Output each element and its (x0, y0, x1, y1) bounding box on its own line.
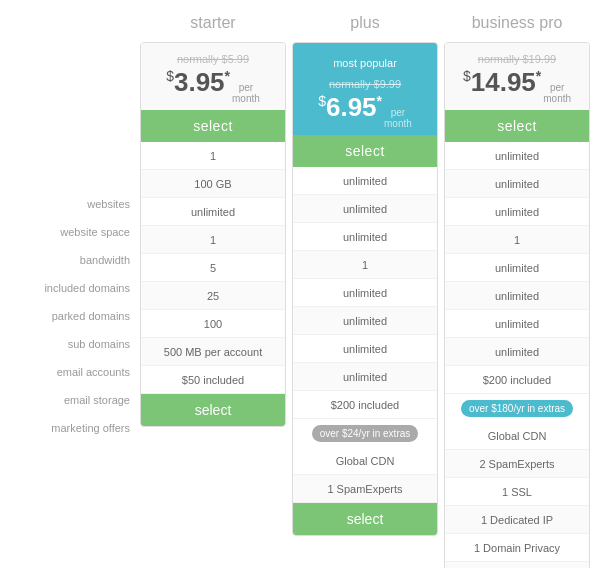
plans-wrapper: starter normally $5.99 $3.95* permonth s… (140, 10, 590, 568)
plan-biz-extras-row: over $180/yr in extras (445, 394, 589, 422)
feature-label-websites: websites (10, 190, 140, 218)
plan-biz-cell-bandwidth: unlimited (445, 198, 589, 226)
plan-biz-cell-spam: 2 SpamExperts (445, 450, 589, 478)
plan-starter-normal-price: normally $5.99 (147, 53, 279, 65)
plan-plus-cell-sub: unlimited (293, 307, 437, 335)
plan-starter-cell-parked: 5 (141, 254, 285, 282)
plan-biz-cell-cdn: Global CDN (445, 422, 589, 450)
plan-starter-cell-email-storage: 500 MB per account (141, 338, 285, 366)
plan-starter-cell-websites: 1 (141, 142, 285, 170)
plan-plus-cell-cdn: Global CDN (293, 447, 437, 475)
feature-label-sub-domains: sub domains (10, 330, 140, 358)
plan-starter-select-top[interactable]: select (141, 110, 285, 142)
plan-biz-cell-ssl: 1 SSL (445, 478, 589, 506)
plan-starter-cell-sub: 25 (141, 282, 285, 310)
plan-plus-cell-parked: unlimited (293, 279, 437, 307)
plan-plus-header: most popular normally $9.99 $6.95* permo… (293, 43, 437, 135)
feature-label-included-domains: included domains (10, 274, 140, 302)
plan-starter-cell-email-accounts: 100 (141, 310, 285, 338)
plan-plus-name: plus (350, 10, 379, 36)
plan-plus-cell-websites: unlimited (293, 167, 437, 195)
plan-biz-cell-email-storage: unlimited (445, 338, 589, 366)
plan-business-pro-price: $14.95* (463, 67, 541, 98)
plan-biz-cell-dedicated-ip: 1 Dedicated IP (445, 506, 589, 534)
plan-business-pro-select-top[interactable]: select (445, 110, 589, 142)
plan-plus-cell-domains: 1 (293, 251, 437, 279)
plan-starter-select-bottom[interactable]: select (141, 394, 285, 426)
plan-business-pro-card: normally $19.99 $14.95* permonth select … (444, 42, 590, 568)
plan-biz-extras-badge: over $180/yr in extras (461, 400, 573, 417)
feature-label-email-accounts: email accounts (10, 358, 140, 386)
plan-biz-cell-marketing: $200 included (445, 366, 589, 394)
plan-biz-cell-parked: unlimited (445, 254, 589, 282)
plan-biz-cell-domains: 1 (445, 226, 589, 254)
plan-business-pro-per-month: permonth (543, 82, 571, 104)
plan-plus-select-top[interactable]: select (293, 135, 437, 167)
plan-starter-features: 1 100 GB unlimited 1 5 25 100 500 MB per… (141, 142, 285, 394)
plan-plus-card: most popular normally $9.99 $6.95* permo… (292, 42, 438, 536)
plan-plus-extras-row: over $24/yr in extras (293, 419, 437, 447)
plan-biz-cell-space: unlimited (445, 170, 589, 198)
plan-biz-cell-email-accounts: unlimited (445, 310, 589, 338)
plan-plus-cell-spam: 1 SpamExperts (293, 475, 437, 503)
plan-plus-features: unlimited unlimited unlimited 1 unlimite… (293, 167, 437, 503)
plan-starter: starter normally $5.99 $3.95* permonth s… (140, 10, 286, 568)
plan-plus-cell-bandwidth: unlimited (293, 223, 437, 251)
plan-starter-per-month: permonth (232, 82, 260, 104)
plan-plus: plus most popular normally $9.99 $6.95* … (292, 10, 438, 568)
plan-plus-per-month: permonth (384, 107, 412, 129)
plan-starter-header: normally $5.99 $3.95* permonth (141, 43, 285, 110)
plan-business-pro-normal-price: normally $19.99 (451, 53, 583, 65)
plan-biz-cell-websites: unlimited (445, 142, 589, 170)
plan-business-pro-name: business pro (472, 10, 563, 36)
plan-plus-extras-badge: over $24/yr in extras (312, 425, 419, 442)
plan-plus-price: $6.95* (318, 92, 382, 123)
features-column: websites website space bandwidth include… (10, 10, 140, 442)
plan-plus-cell-email-accounts: unlimited (293, 335, 437, 363)
feature-label-parked-domains: parked domains (10, 302, 140, 330)
plan-business-pro-header: normally $19.99 $14.95* permonth (445, 43, 589, 110)
plan-plus-normal-price: normally $9.99 (299, 78, 431, 90)
plan-starter-name: starter (190, 10, 235, 36)
plan-biz-cell-domain-privacy: 1 Domain Privacy (445, 534, 589, 562)
plan-plus-cell-space: unlimited (293, 195, 437, 223)
plan-biz-cell-sub: unlimited (445, 282, 589, 310)
plan-starter-price: $3.95* (166, 67, 230, 98)
plan-starter-card: normally $5.99 $3.95* permonth select 1 … (140, 42, 286, 427)
plan-business-pro-features: unlimited unlimited unlimited 1 unlimite… (445, 142, 589, 568)
plan-plus-cell-email-storage: unlimited (293, 363, 437, 391)
plan-starter-cell-space: 100 GB (141, 170, 285, 198)
most-popular-badge: most popular (323, 54, 407, 72)
plan-starter-cell-domains: 1 (141, 226, 285, 254)
feature-label-bandwidth: bandwidth (10, 246, 140, 274)
plan-plus-cell-marketing: $200 included (293, 391, 437, 419)
feature-label-website-space: website space (10, 218, 140, 246)
pricing-table: websites website space bandwidth include… (10, 10, 590, 568)
feature-label-email-storage: email storage (10, 386, 140, 414)
plan-plus-select-bottom[interactable]: select (293, 503, 437, 535)
plan-starter-cell-marketing: $50 included (141, 366, 285, 394)
plan-biz-cell-sitebackup: SiteBackup Pro (445, 562, 589, 568)
feature-label-marketing-offers: marketing offers (10, 414, 140, 442)
plan-starter-cell-bandwidth: unlimited (141, 198, 285, 226)
plan-business-pro: business pro normally $19.99 $14.95* per… (444, 10, 590, 568)
